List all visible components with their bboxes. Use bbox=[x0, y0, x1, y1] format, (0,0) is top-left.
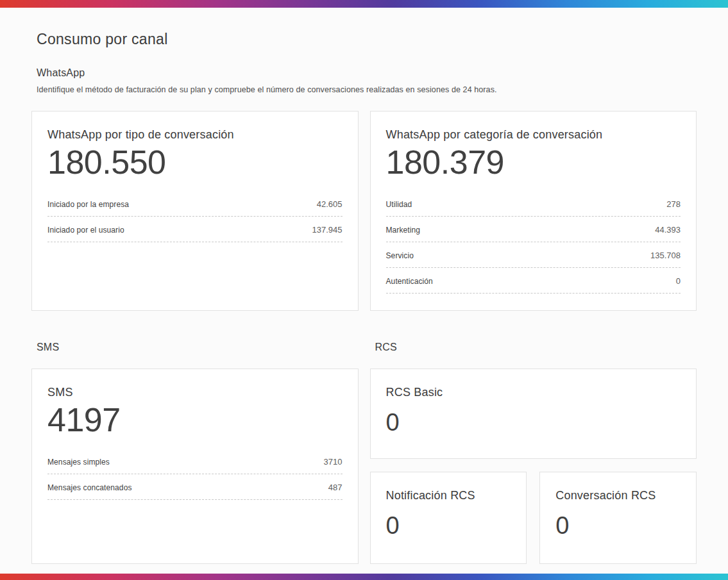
rcs-small-cards-grid: Notificación RCS 0 Conversación RCS 0 bbox=[370, 472, 697, 564]
rcs-column: RCS RCS Basic 0 Notificación RCS 0 Conve… bbox=[370, 342, 697, 564]
sms-section-heading: SMS bbox=[37, 342, 359, 353]
stat-value: 487 bbox=[328, 483, 343, 492]
stat-row: Mensajes concatenados 487 bbox=[47, 474, 343, 500]
stat-value: 137.945 bbox=[312, 225, 343, 235]
stat-value: 278 bbox=[666, 199, 681, 209]
rcs-notification-title: Notificación RCS bbox=[386, 489, 511, 502]
stat-label: Iniciado por el usuario bbox=[47, 226, 124, 235]
rcs-notification-total: 0 bbox=[386, 513, 511, 540]
rcs-basic-total: 0 bbox=[386, 410, 681, 436]
whatsapp-by-type-card: WhatsApp por tipo de conversación 180.55… bbox=[31, 111, 359, 311]
stat-row: Iniciado por el usuario 137.945 bbox=[47, 217, 343, 242]
sms-card-title: SMS bbox=[47, 386, 343, 399]
whatsapp-by-category-card: WhatsApp por categoría de conversación 1… bbox=[370, 111, 697, 311]
rcs-conversation-card: Conversación RCS 0 bbox=[539, 472, 697, 564]
rcs-notification-card: Notificación RCS 0 bbox=[370, 472, 527, 564]
stat-value: 3710 bbox=[324, 457, 343, 467]
whatsapp-section-description: Identifique el método de facturación de … bbox=[37, 85, 697, 94]
bottom-brand-gradient-bar bbox=[0, 574, 728, 580]
stat-label: Utilidad bbox=[386, 200, 412, 209]
stat-label: Mensajes concatenados bbox=[47, 483, 132, 492]
stat-value: 0 bbox=[676, 276, 681, 286]
sms-rcs-grid: SMS SMS 4197 Mensajes simples 3710 Mensa… bbox=[31, 342, 697, 564]
stat-label: Servicio bbox=[386, 251, 414, 260]
whatsapp-section-heading: WhatsApp bbox=[37, 67, 697, 79]
whatsapp-by-category-title: WhatsApp por categoría de conversación bbox=[386, 128, 681, 142]
whatsapp-section: WhatsApp Identifique el método de factur… bbox=[31, 67, 697, 311]
whatsapp-by-type-rows: Iniciado por la empresa 42.605 Iniciado … bbox=[47, 191, 343, 242]
stat-row: Marketing 44.393 bbox=[386, 217, 681, 242]
sms-rows: Mensajes simples 3710 Mensajes concatena… bbox=[47, 449, 343, 500]
stat-value: 135.708 bbox=[650, 251, 681, 260]
stat-value: 44.393 bbox=[655, 225, 681, 235]
stat-row: Iniciado por la empresa 42.605 bbox=[47, 191, 343, 217]
rcs-basic-card: RCS Basic 0 bbox=[370, 369, 697, 459]
whatsapp-by-type-title: WhatsApp por tipo de conversación bbox=[47, 128, 343, 142]
stat-value: 42.605 bbox=[317, 199, 343, 209]
whatsapp-by-type-total: 180.550 bbox=[47, 144, 343, 181]
whatsapp-by-category-total: 180.379 bbox=[386, 144, 681, 181]
consumption-page: Consumo por canal WhatsApp Identifique e… bbox=[0, 8, 728, 564]
rcs-conversation-total: 0 bbox=[555, 513, 681, 540]
page-title: Consumo por canal bbox=[37, 31, 697, 48]
stat-row: Mensajes simples 3710 bbox=[47, 449, 343, 474]
stat-label: Mensajes simples bbox=[47, 458, 110, 467]
rcs-section-heading: RCS bbox=[375, 342, 697, 353]
rcs-conversation-title: Conversación RCS bbox=[555, 489, 681, 502]
rcs-basic-title: RCS Basic bbox=[386, 386, 681, 399]
whatsapp-by-category-rows: Utilidad 278 Marketing 44.393 Servicio 1… bbox=[386, 191, 681, 294]
whatsapp-cards-grid: WhatsApp por tipo de conversación 180.55… bbox=[31, 111, 697, 311]
stat-row: Utilidad 278 bbox=[386, 191, 681, 217]
stat-row: Servicio 135.708 bbox=[386, 242, 681, 268]
sms-total: 4197 bbox=[47, 402, 343, 438]
stat-label: Marketing bbox=[386, 226, 421, 235]
stat-row: Autenticación 0 bbox=[386, 268, 681, 294]
sms-card: SMS 4197 Mensajes simples 3710 Mensajes … bbox=[31, 369, 359, 564]
stat-label: Autenticación bbox=[386, 277, 433, 286]
sms-column: SMS SMS 4197 Mensajes simples 3710 Mensa… bbox=[31, 342, 359, 564]
top-brand-gradient-bar bbox=[0, 0, 728, 8]
stat-label: Iniciado por la empresa bbox=[47, 200, 129, 209]
